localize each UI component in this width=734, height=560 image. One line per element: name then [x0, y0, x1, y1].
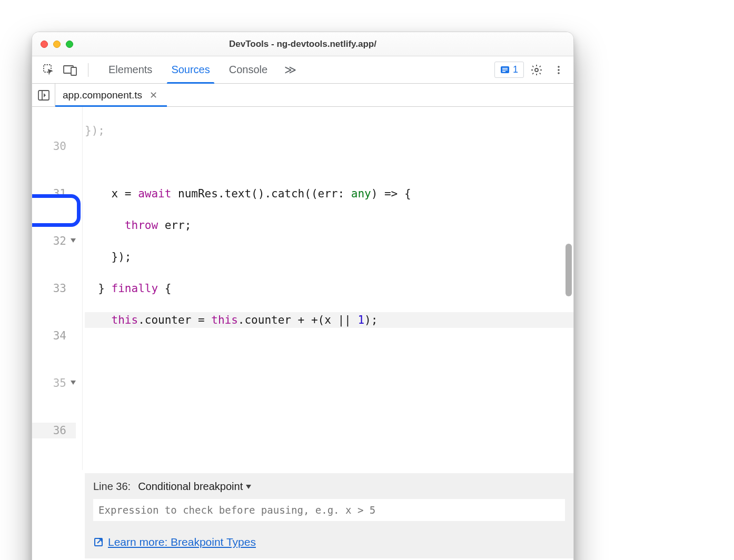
code-text: this [211, 314, 238, 326]
code-text: }); [85, 249, 573, 265]
window-title: DevTools - ng-devtools.netlify.app/ [32, 39, 573, 49]
breakpoint-editor-panel: Line 36: Conditional breakpoint Learn mo… [85, 473, 573, 558]
main-toolbar: Elements Sources Console ≫ 1 [32, 56, 573, 84]
code-text: .counter = [138, 314, 211, 326]
breakpoint-expression-input[interactable] [93, 499, 565, 521]
svg-rect-2 [71, 67, 76, 75]
line-number[interactable]: 30 [32, 138, 76, 154]
line-gutter[interactable]: 30 31 32 33 34 35 36 [32, 107, 83, 470]
settings-icon[interactable] [527, 61, 546, 79]
file-tab-bar: app.component.ts ✕ [32, 84, 573, 107]
svg-point-7 [535, 68, 538, 72]
tab-elements[interactable]: Elements [99, 56, 162, 83]
svg-rect-4 [502, 68, 508, 69]
line-number[interactable]: 33 [32, 281, 76, 296]
close-tab-icon[interactable]: ✕ [147, 89, 160, 101]
code-text: ); [364, 314, 378, 326]
code-text: this [112, 314, 138, 326]
breakpoint-type-dropdown[interactable]: Conditional breakpoint [138, 481, 251, 493]
learn-more-link[interactable]: Learn more: Breakpoint Types [93, 536, 256, 548]
code-content[interactable]: }); x = await numRes.text().catch((err: … [83, 107, 573, 470]
file-tab-app-component[interactable]: app.component.ts ✕ [55, 84, 167, 106]
tab-console[interactable]: Console [220, 56, 277, 83]
inspect-element-icon[interactable] [39, 61, 58, 79]
more-tabs-button[interactable]: ≫ [277, 56, 304, 83]
line-number[interactable]: 31 [32, 186, 76, 202]
maximize-window-button[interactable] [66, 41, 73, 48]
close-window-button[interactable] [41, 41, 48, 48]
svg-rect-6 [502, 71, 505, 72]
line-number[interactable]: 36 [32, 423, 76, 438]
line-number[interactable]: 32 [32, 233, 76, 249]
svg-point-9 [558, 69, 560, 71]
code-text [85, 154, 573, 170]
code-text: throw [125, 219, 158, 232]
code-editor: 30 31 32 33 34 35 36 }); x = await numRe… [32, 107, 573, 470]
code-text: numRes.text().catch((err: [171, 187, 351, 200]
code-text [85, 314, 112, 326]
code-text: .counter + +(x || [238, 314, 358, 326]
minimize-window-button[interactable] [53, 41, 61, 48]
code-text: await [138, 187, 171, 200]
code-text: } [85, 282, 112, 295]
svg-rect-5 [502, 69, 508, 71]
code-text: err; [158, 219, 191, 232]
tab-sources[interactable]: Sources [162, 56, 219, 83]
issues-icon [500, 65, 510, 75]
devtools-window: DevTools - ng-devtools.netlify.app/ Elem… [32, 32, 574, 560]
issues-button[interactable]: 1 [494, 62, 524, 78]
line-number[interactable]: 35 [32, 375, 76, 391]
issues-count: 1 [513, 64, 518, 75]
file-tab-label: app.component.ts [63, 89, 142, 101]
vertical-scrollbar[interactable] [566, 244, 572, 296]
panel-tabs: Elements Sources Console ≫ [99, 56, 304, 83]
code-text: any [351, 187, 371, 200]
code-text: ) => { [371, 187, 411, 200]
toolbar-divider [88, 63, 88, 77]
learn-more-text: Learn more: Breakpoint Types [108, 536, 256, 548]
code-text: { [158, 282, 171, 295]
svg-point-10 [558, 72, 560, 74]
traffic-lights [32, 41, 73, 48]
breakpoint-line-label: Line 36: [93, 481, 131, 493]
titlebar: DevTools - ng-devtools.netlify.app/ [32, 32, 573, 56]
code-text: finally [112, 282, 158, 295]
code-text: 1 [358, 314, 364, 326]
code-text: }); [85, 124, 105, 137]
line-number[interactable]: 34 [32, 328, 76, 344]
svg-point-8 [558, 66, 560, 68]
code-text: x = [85, 187, 138, 200]
kebab-menu-icon[interactable] [549, 61, 568, 79]
device-toolbar-icon[interactable] [61, 61, 80, 79]
external-link-icon [93, 537, 104, 547]
navigator-toggle-icon[interactable] [32, 84, 55, 106]
